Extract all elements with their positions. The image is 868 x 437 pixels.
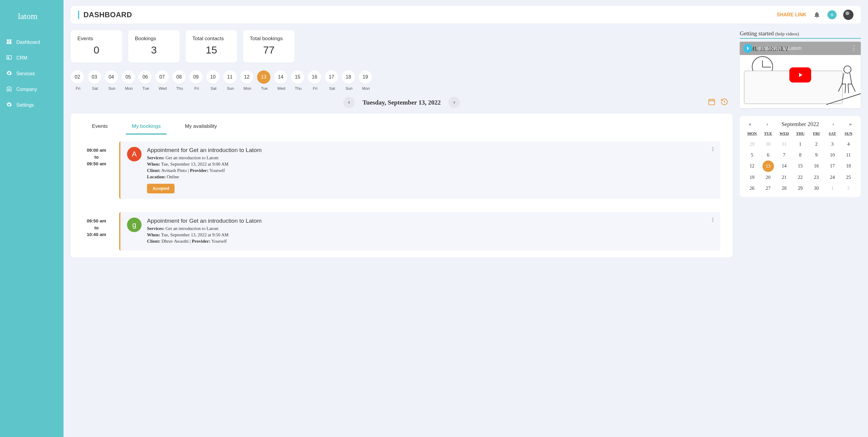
sidebar-item-crm[interactable]: CRM [0,50,63,66]
date-circle[interactable]: 13 [257,70,270,84]
date-circle[interactable]: 08 [173,70,186,84]
date-chip[interactable]: 11 Sun [223,70,238,91]
date-next-button[interactable] [448,97,460,108]
date-chip[interactable]: 12 Mon [240,70,255,91]
cal-day[interactable]: 25 [840,175,857,180]
cal-day[interactable]: 5 [744,152,760,158]
booking-card[interactable]: g Appointment for Get an introduction to… [119,212,720,250]
date-chip[interactable]: 16 Fri [308,70,322,91]
date-chip[interactable]: 04 Sun [105,70,119,91]
date-circle[interactable]: 05 [122,70,135,84]
cal-day[interactable]: 17 [825,163,840,169]
cal-first-button[interactable]: « [747,121,753,127]
booking-menu-icon[interactable] [710,146,716,153]
user-avatar[interactable] [843,10,854,20]
cal-day[interactable]: 19 [744,175,760,180]
cal-day[interactable]: 2 [808,141,825,147]
cal-last-button[interactable]: » [847,121,854,127]
cal-day[interactable]: 1 [825,186,840,191]
share-link[interactable]: SHARE LINK [777,12,806,18]
cal-day[interactable]: 7 [776,152,792,158]
cal-day[interactable]: 18 [840,163,857,169]
date-circle[interactable]: 02 [71,70,84,84]
date-chip[interactable]: 18 Sun [342,70,356,91]
cal-day[interactable]: 14 [776,163,792,169]
cal-day[interactable]: 30 [808,186,825,191]
cal-day[interactable]: 2 [840,186,857,191]
date-circle[interactable]: 14 [274,70,287,84]
sidebar-item-services[interactable]: Services [0,66,63,81]
date-chip[interactable]: 14 Wed [274,70,288,91]
date-circle[interactable]: 12 [240,70,253,84]
date-chip[interactable]: 06 Tue [138,70,153,91]
cal-day[interactable]: 21 [776,175,792,180]
date-circle[interactable]: 15 [291,70,304,84]
date-chip[interactable]: 03 Sat [88,70,102,91]
date-circle[interactable]: 07 [155,70,169,84]
date-chip[interactable]: 05 Mon [122,70,136,91]
date-chip[interactable]: 09 Fri [189,70,204,91]
date-chip[interactable]: 15 Thu [291,70,306,91]
sidebar-item-settings[interactable]: Settings [0,97,63,113]
cal-day[interactable]: 3 [825,141,840,147]
date-chip[interactable]: 02 Fri [71,70,85,91]
svg-point-3 [713,147,713,148]
date-circle[interactable]: 10 [206,70,220,84]
cal-day[interactable]: 24 [825,175,840,180]
video-more-icon[interactable]: ⋮ [850,44,857,52]
cal-day[interactable]: 1 [792,141,808,147]
booking-menu-icon[interactable] [710,217,716,224]
cal-day[interactable]: 6 [760,152,776,158]
history-icon[interactable] [720,98,728,107]
cal-day[interactable]: 9 [808,152,825,158]
date-chip[interactable]: 13 Tue [257,70,272,91]
cal-day[interactable]: 28 [776,186,792,191]
help-video[interactable]: TIME IS MONEY Introduction to Latom ⋮ [740,42,861,108]
notifications-icon[interactable] [813,11,821,19]
sidebar-item-company[interactable]: Company [0,81,63,97]
cal-day[interactable]: 11 [840,152,857,158]
cal-day[interactable]: 23 [808,175,825,180]
date-circle[interactable]: 11 [223,70,237,84]
cal-day[interactable]: 22 [792,175,808,180]
tab-my-availability[interactable]: My availability [179,120,223,134]
cal-day[interactable]: 12 [744,163,760,169]
date-circle[interactable]: 18 [342,70,355,84]
date-circle[interactable]: 09 [189,70,203,84]
tab-events[interactable]: Events [86,120,114,134]
cal-next-button[interactable]: › [830,121,836,127]
cal-day[interactable]: 8 [792,152,808,158]
date-circle[interactable]: 16 [308,70,321,84]
date-circle[interactable]: 04 [105,70,118,84]
tab-my-bookings[interactable]: My bookings [126,120,167,134]
cal-day[interactable]: 29 [792,186,808,191]
date-chip[interactable]: 10 Sat [206,70,221,91]
building-icon [6,86,12,93]
date-circle[interactable]: 06 [138,70,152,84]
cal-day[interactable]: 26 [744,186,760,191]
date-chip[interactable]: 17 Sat [325,70,339,91]
cal-day[interactable]: 10 [825,152,840,158]
play-button[interactable] [789,67,811,82]
cal-day[interactable]: 20 [760,175,776,180]
calendar-icon[interactable] [708,98,716,107]
date-chip[interactable]: 08 Thu [173,70,187,91]
cal-day[interactable]: 15 [792,163,808,169]
cal-day[interactable]: 13 [760,163,776,169]
cal-day[interactable]: 27 [760,186,776,191]
cal-day[interactable]: 16 [808,163,825,169]
cal-day[interactable]: 31 [776,141,792,147]
booking-card[interactable]: A Appointment for Get an introduction to… [119,141,720,199]
date-circle[interactable]: 19 [359,70,372,84]
sidebar-item-dashboard[interactable]: Dashboard [0,34,63,50]
date-chip[interactable]: 07 Wed [155,70,170,91]
cal-day[interactable]: 4 [840,141,857,147]
cal-day[interactable]: 30 [760,141,776,147]
date-prev-button[interactable] [343,97,355,108]
add-button[interactable] [828,10,837,19]
cal-prev-button[interactable]: ‹ [764,121,770,127]
date-circle[interactable]: 17 [325,70,338,84]
date-chip[interactable]: 19 Mon [359,70,373,91]
date-circle[interactable]: 03 [88,70,101,84]
cal-day[interactable]: 29 [744,141,760,147]
